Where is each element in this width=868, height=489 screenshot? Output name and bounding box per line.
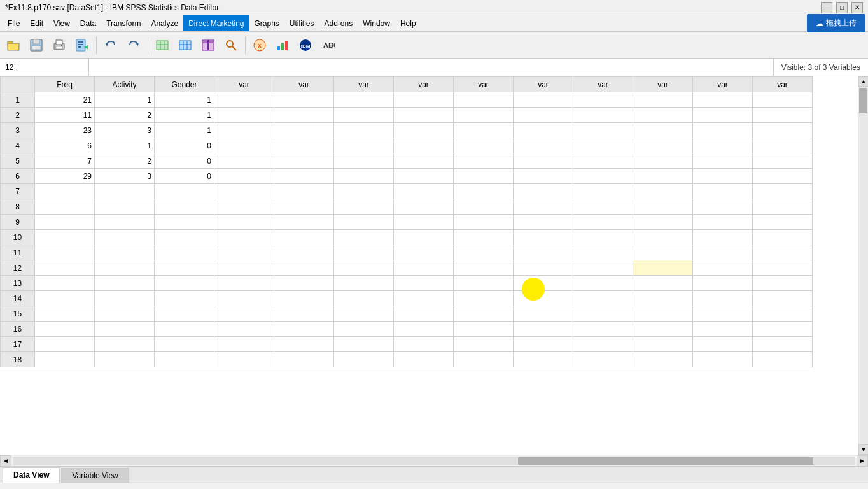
data-cell[interactable] [633, 169, 693, 184]
data-cell[interactable] [753, 260, 813, 276]
data-cell[interactable] [753, 306, 813, 322]
col-header-freq[interactable]: Freq [35, 77, 95, 92]
data-cell[interactable] [95, 245, 155, 260]
data-cell[interactable] [214, 138, 274, 153]
data-cell[interactable] [214, 199, 274, 215]
data-cell[interactable] [753, 276, 813, 291]
data-cell[interactable] [95, 230, 155, 245]
data-cell[interactable] [693, 245, 753, 260]
chart-builder-button[interactable] [272, 34, 293, 56]
col-header-var9[interactable]: var [514, 77, 573, 92]
data-cell[interactable] [454, 352, 514, 367]
data-cell[interactable] [394, 352, 454, 367]
data-cell[interactable]: 2 [95, 108, 155, 123]
data-cell[interactable] [155, 245, 214, 260]
data-cell[interactable] [214, 245, 274, 260]
data-cell[interactable] [693, 153, 753, 169]
data-cell[interactable] [35, 215, 95, 230]
data-cell[interactable] [155, 215, 214, 230]
data-cell[interactable] [155, 337, 214, 352]
h-scroll-right-button[interactable]: ► [857, 455, 868, 467]
data-cell[interactable] [573, 276, 633, 291]
menu-window[interactable]: Window [358, 15, 395, 31]
data-cell[interactable] [514, 352, 573, 367]
data-cell[interactable] [753, 138, 813, 153]
data-cell[interactable] [633, 92, 693, 108]
right-scrollbar[interactable]: ▲ ▼ [858, 76, 868, 455]
data-cell[interactable] [514, 276, 573, 291]
data-cell[interactable] [693, 260, 753, 276]
data-cell[interactable] [633, 276, 693, 291]
data-cell[interactable] [274, 352, 334, 367]
menu-transform[interactable]: Transform [101, 15, 146, 31]
data-cell[interactable] [633, 108, 693, 123]
save-button[interactable] [25, 34, 47, 56]
data-cell[interactable] [573, 92, 633, 108]
data-cell[interactable] [394, 337, 454, 352]
data-cell[interactable] [394, 153, 454, 169]
data-cell[interactable] [334, 123, 394, 138]
data-cell[interactable] [35, 337, 95, 352]
data-cell[interactable] [693, 108, 753, 123]
data-cell[interactable] [274, 306, 334, 322]
col-header-var7[interactable]: var [394, 77, 454, 92]
data-cell[interactable] [394, 276, 454, 291]
data-cell[interactable] [35, 260, 95, 276]
data-cell[interactable]: 3 [95, 123, 155, 138]
data-cell[interactable] [214, 215, 274, 230]
col-header-var13[interactable]: var [753, 77, 813, 92]
data-cell[interactable] [573, 108, 633, 123]
data-cell[interactable] [35, 352, 95, 367]
data-cell[interactable] [633, 184, 693, 199]
data-cell[interactable] [214, 184, 274, 199]
data-cell[interactable] [753, 123, 813, 138]
data-cell[interactable] [274, 260, 334, 276]
col-header-gender[interactable]: Gender [155, 77, 214, 92]
data-cell[interactable] [693, 306, 753, 322]
data-cell[interactable] [214, 322, 274, 337]
data-cell[interactable] [514, 138, 573, 153]
data-cell[interactable] [35, 306, 95, 322]
data-cell[interactable] [394, 306, 454, 322]
data-cell[interactable] [394, 169, 454, 184]
data-cell[interactable] [95, 291, 155, 306]
data-cell[interactable] [693, 123, 753, 138]
data-cell[interactable] [155, 306, 214, 322]
dialog-recall-button[interactable] [71, 34, 93, 56]
h-scroll-left-button[interactable]: ◄ [0, 455, 11, 467]
data-cell[interactable] [214, 276, 274, 291]
data-cell[interactable] [753, 184, 813, 199]
data-cell[interactable]: 1 [155, 123, 214, 138]
data-cell[interactable] [573, 153, 633, 169]
data-cell[interactable] [394, 291, 454, 306]
data-cell[interactable] [514, 169, 573, 184]
print-button[interactable] [48, 34, 70, 56]
data-cell[interactable] [633, 306, 693, 322]
data-cell[interactable] [394, 92, 454, 108]
data-cell[interactable] [454, 169, 514, 184]
data-cell[interactable] [454, 138, 514, 153]
data-cell[interactable] [514, 215, 573, 230]
data-cell[interactable] [573, 245, 633, 260]
data-cell[interactable] [35, 199, 95, 215]
data-cell[interactable] [214, 306, 274, 322]
h-scroll-thumb[interactable] [518, 457, 813, 465]
data-cell[interactable] [514, 199, 573, 215]
col-header-var11[interactable]: var [633, 77, 693, 92]
data-cell[interactable]: 1 [155, 92, 214, 108]
data-cell[interactable] [693, 92, 753, 108]
data-cell[interactable] [693, 199, 753, 215]
maximize-button[interactable]: □ [836, 2, 848, 13]
abc-button[interactable]: ABC [318, 34, 339, 56]
data-cell[interactable] [633, 260, 693, 276]
data-cell[interactable] [35, 322, 95, 337]
data-cell[interactable]: 1 [95, 138, 155, 153]
redo-button[interactable] [123, 34, 144, 56]
data-cell[interactable] [155, 199, 214, 215]
data-cell[interactable] [693, 291, 753, 306]
col-header-var12[interactable]: var [693, 77, 753, 92]
data-cell[interactable] [394, 322, 454, 337]
data-cell[interactable] [573, 138, 633, 153]
data-cell[interactable]: 1 [155, 108, 214, 123]
data-cell[interactable] [334, 108, 394, 123]
